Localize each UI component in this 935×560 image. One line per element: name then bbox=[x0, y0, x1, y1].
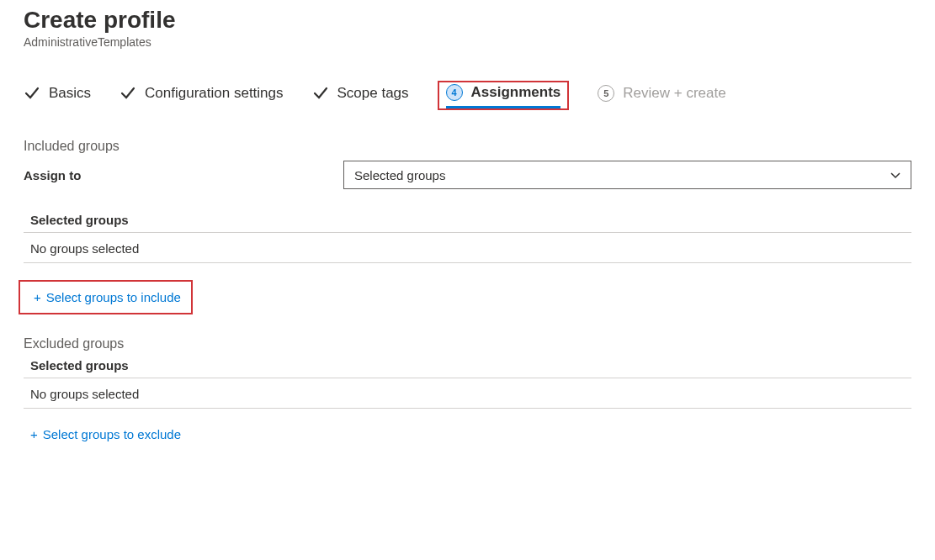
chevron-down-icon bbox=[889, 168, 902, 182]
select-groups-to-exclude-link[interactable]: + Select groups to exclude bbox=[27, 422, 184, 446]
step-label: Review + create bbox=[623, 85, 725, 102]
divider bbox=[24, 378, 911, 378]
step-label: Scope tags bbox=[337, 85, 409, 102]
stepper: Basics Configuration settings Scope tags… bbox=[24, 81, 911, 110]
annotation-highlight-assignments: 4 Assignments bbox=[438, 81, 570, 110]
annotation-highlight-include-link: + Select groups to include bbox=[19, 280, 193, 314]
included-empty-text: No groups selected bbox=[30, 241, 911, 256]
step-number-badge: 5 bbox=[598, 85, 614, 102]
plus-icon: + bbox=[34, 291, 41, 304]
check-icon bbox=[120, 85, 136, 102]
page-subtitle: AdministrativeTemplates bbox=[24, 35, 911, 49]
divider bbox=[24, 262, 911, 263]
included-selected-groups-header: Selected groups bbox=[30, 213, 911, 227]
assign-to-label: Assign to bbox=[24, 168, 343, 182]
page-title: Create profile bbox=[24, 7, 911, 34]
plus-icon: + bbox=[30, 428, 38, 441]
divider bbox=[24, 408, 911, 409]
step-configuration-settings[interactable]: Configuration settings bbox=[120, 85, 283, 107]
step-number-badge: 4 bbox=[446, 84, 463, 101]
select-groups-to-include-link[interactable]: + Select groups to include bbox=[30, 285, 184, 309]
assign-to-select[interactable]: Selected groups bbox=[343, 161, 911, 189]
check-icon bbox=[24, 85, 40, 102]
excluded-empty-text: No groups selected bbox=[30, 387, 911, 401]
check-icon bbox=[312, 85, 329, 102]
included-groups-heading: Included groups bbox=[24, 139, 911, 154]
step-assignments[interactable]: 4 Assignments bbox=[446, 84, 561, 108]
step-scope-tags[interactable]: Scope tags bbox=[312, 85, 409, 107]
step-basics[interactable]: Basics bbox=[24, 85, 91, 107]
excluded-groups-heading: Excluded groups bbox=[24, 336, 911, 351]
link-label: Select groups to include bbox=[46, 290, 181, 304]
divider bbox=[24, 232, 911, 233]
excluded-selected-groups-header: Selected groups bbox=[30, 358, 911, 372]
step-label: Assignments bbox=[471, 84, 561, 101]
step-label: Configuration settings bbox=[145, 85, 283, 102]
link-label: Select groups to exclude bbox=[43, 427, 181, 441]
assign-to-row: Assign to Selected groups bbox=[24, 161, 911, 189]
step-review-create[interactable]: 5 Review + create bbox=[598, 85, 725, 107]
select-value: Selected groups bbox=[354, 168, 445, 182]
step-label: Basics bbox=[49, 85, 91, 102]
